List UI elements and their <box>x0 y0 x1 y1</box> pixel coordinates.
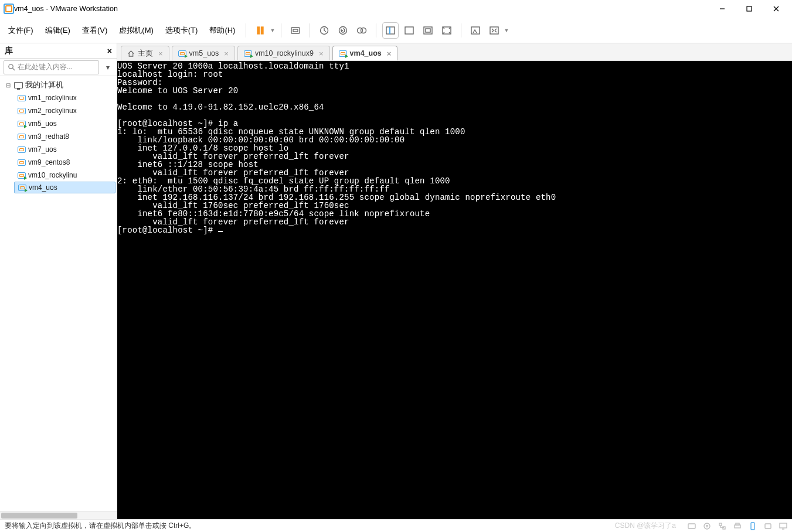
tab-label: vm10_rockylinux9 <box>255 49 314 57</box>
chevron-down-icon[interactable]: ▼ <box>504 28 509 33</box>
svg-rect-19 <box>490 27 498 34</box>
tree-item-vm7_uos[interactable]: vm7_uos <box>14 143 115 156</box>
sidebar-search: 在此处键入内容... ▾ <box>0 59 117 76</box>
menu-help[interactable]: 帮助(H) <box>205 23 240 38</box>
svg-line-21 <box>12 68 15 70</box>
menu-view[interactable]: 查看(V) <box>77 23 112 38</box>
snapshot-take-icon[interactable] <box>316 22 332 39</box>
app-icon <box>4 4 14 14</box>
svg-point-11 <box>361 28 366 33</box>
status-bar: 要将输入定向到该虚拟机，请在虚拟机内部单击或按 Ctrl+G。 CSDN @该学… <box>0 519 792 532</box>
tree-item-vm4_uos[interactable]: vm4_uos <box>14 182 115 193</box>
vm-icon <box>18 108 26 114</box>
terminal-console[interactable]: UOS Server 20 1060a localhost.localdomai… <box>117 61 792 519</box>
tree-root[interactable]: ⊟ 我的计算机 <box>1 79 115 91</box>
tree-item-label: vm4_uos <box>29 183 57 192</box>
tab-close-icon[interactable]: × <box>224 49 229 58</box>
collapse-icon[interactable]: ⊟ <box>5 82 12 88</box>
tree-item-label: vm10_rockylinu <box>28 171 77 179</box>
unity-icon[interactable] <box>467 22 484 39</box>
tree-item-vm10_rockylinu[interactable]: vm10_rockylinu <box>14 169 115 182</box>
vm-tabs: 主页×vm5_uos×vm10_rockylinux9×vm4_uos× <box>117 43 792 61</box>
fullscreen-icon[interactable] <box>486 22 502 39</box>
svg-rect-27 <box>735 525 740 528</box>
search-placeholder: 在此处键入内容... <box>18 62 73 72</box>
close-button[interactable] <box>763 0 790 18</box>
sidebar-close-button[interactable]: × <box>107 46 112 56</box>
tab-vm4_uos[interactable]: vm4_uos× <box>332 46 398 60</box>
svg-point-23 <box>704 523 710 529</box>
view-fit-icon[interactable] <box>420 22 436 39</box>
separator <box>461 23 461 37</box>
pause-button-group[interactable]: ▼ <box>252 22 275 39</box>
sidebar-header: 库 × <box>0 43 117 59</box>
sidebar-title: 库 <box>5 46 13 56</box>
minimize-button[interactable] <box>709 0 736 18</box>
snapshot-manager-icon[interactable] <box>353 22 370 39</box>
svg-point-24 <box>706 525 708 527</box>
tree-root-label: 我的计算机 <box>25 80 63 90</box>
tab-close-icon[interactable]: × <box>158 49 163 58</box>
tree-item-label: vm5_uos <box>28 120 57 128</box>
device-display-icon[interactable] <box>779 522 787 530</box>
tab-label: vm5_uos <box>189 49 219 57</box>
svg-rect-1 <box>747 6 752 11</box>
main-area: 主页×vm5_uos×vm10_rockylinux9×vm4_uos× UOS… <box>117 43 792 519</box>
tree-item-label: vm7_uos <box>28 145 57 154</box>
view-console-icon[interactable] <box>382 22 399 39</box>
svg-rect-30 <box>765 524 771 528</box>
device-cd-icon[interactable] <box>703 522 711 530</box>
menu-toolbar: 文件(F) 编辑(E) 查看(V) 虚拟机(M) 选项卡(T) 帮助(H) ▼ … <box>0 18 792 43</box>
menu-tabs[interactable]: 选项卡(T) <box>161 23 203 38</box>
snapshot-revert-icon[interactable] <box>335 22 351 39</box>
maximize-button[interactable] <box>736 0 763 18</box>
tree-item-vm1_rockylinux[interactable]: vm1_rockylinux <box>14 91 115 104</box>
device-usb-icon[interactable] <box>749 522 757 530</box>
view-single-icon[interactable] <box>401 22 417 39</box>
separator <box>281 23 281 37</box>
vm-icon <box>18 185 26 191</box>
watermark: CSDN @该学习了a <box>615 521 676 531</box>
fullscreen-button-group[interactable]: ▼ <box>486 22 509 39</box>
device-disk-icon[interactable] <box>688 522 696 530</box>
device-printer-icon[interactable] <box>733 522 742 530</box>
svg-rect-28 <box>736 523 739 525</box>
tree-item-vm5_uos[interactable]: vm5_uos <box>14 117 115 130</box>
send-ctrl-alt-del-icon[interactable] <box>287 22 304 39</box>
menu-edit[interactable]: 编辑(E) <box>40 23 75 38</box>
sidebar-scrollbar[interactable] <box>0 511 117 519</box>
search-dropdown-button[interactable]: ▾ <box>103 63 113 71</box>
svg-rect-16 <box>426 29 430 32</box>
tab-close-icon[interactable]: × <box>319 49 324 58</box>
tab-vm5_uos[interactable]: vm5_uos× <box>172 46 235 60</box>
tree-item-label: vm1_rockylinux <box>28 94 77 102</box>
tab-主页[interactable]: 主页× <box>121 46 169 60</box>
separator <box>376 23 376 37</box>
svg-rect-29 <box>751 523 754 530</box>
tree-item-vm9_centos8[interactable]: vm9_centos8 <box>14 156 115 169</box>
tree-item-vm2_rockylinux[interactable]: vm2_rockylinux <box>14 104 115 117</box>
vm-icon <box>18 95 26 101</box>
svg-rect-14 <box>405 27 413 34</box>
search-input[interactable]: 在此处键入内容... <box>4 60 99 74</box>
vm-icon <box>18 121 26 127</box>
suspend-icon[interactable] <box>252 22 268 39</box>
search-icon <box>8 63 15 71</box>
view-stretch-icon[interactable] <box>439 22 455 39</box>
library-sidebar: 库 × 在此处键入内容... ▾ ⊟ 我的计算机 vm1_rockylinuxv… <box>0 43 117 519</box>
tree-item-vm3_redhat8[interactable]: vm3_redhat8 <box>14 130 115 143</box>
svg-rect-7 <box>293 29 298 32</box>
menu-file[interactable]: 文件(F) <box>4 23 38 38</box>
device-network-icon[interactable] <box>718 522 726 530</box>
computer-icon <box>14 82 23 88</box>
scrollbar-thumb[interactable] <box>1 513 77 519</box>
device-sound-icon[interactable] <box>764 522 772 530</box>
vm-icon <box>339 50 347 57</box>
tab-vm10_rockylinux9[interactable]: vm10_rockylinux9× <box>237 46 330 60</box>
svg-rect-25 <box>719 523 722 526</box>
menu-vm[interactable]: 虚拟机(M) <box>114 23 158 38</box>
tab-close-icon[interactable]: × <box>387 49 392 58</box>
chevron-down-icon[interactable]: ▼ <box>270 28 275 33</box>
tree-item-label: vm2_rockylinux <box>28 107 77 115</box>
separator <box>246 23 246 37</box>
